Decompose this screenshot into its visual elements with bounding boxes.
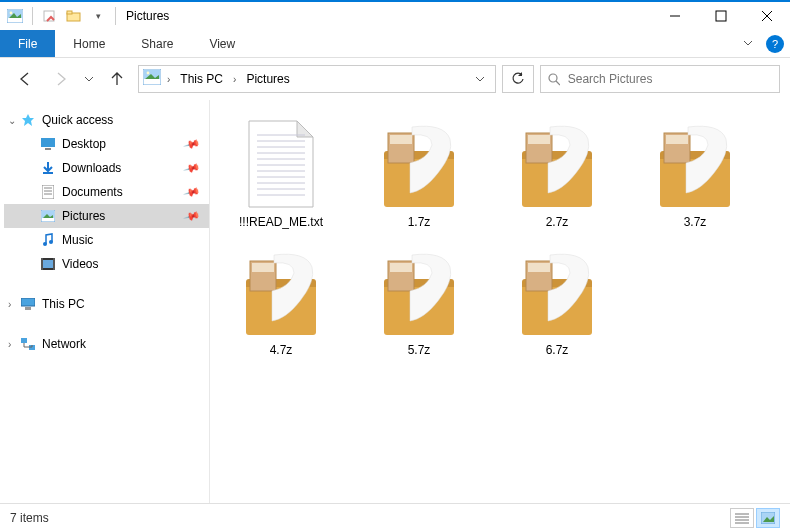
file-item[interactable]: 4.7z: [216, 240, 346, 362]
file-label: 6.7z: [497, 343, 617, 357]
svg-rect-33: [53, 258, 55, 270]
ribbon-expand-icon[interactable]: [738, 31, 758, 57]
search-input[interactable]: [568, 72, 773, 86]
archive-file-icon: [512, 119, 602, 209]
qat-properties-icon[interactable]: [39, 5, 61, 27]
minimize-button[interactable]: [652, 1, 698, 31]
navigation-pane: ⌄ Quick access Desktop 📌 Downloads 📌 Doc…: [0, 100, 210, 503]
pin-icon: 📌: [183, 183, 202, 201]
expand-icon[interactable]: ›: [8, 299, 11, 310]
sidebar-item-desktop[interactable]: Desktop 📌: [4, 132, 209, 156]
details-view-button[interactable]: [730, 508, 754, 528]
star-icon: [20, 112, 36, 128]
file-item[interactable]: 5.7z: [354, 240, 484, 362]
archive-file-icon: [236, 247, 326, 337]
pin-icon: 📌: [183, 207, 202, 225]
sidebar-item-videos[interactable]: Videos: [4, 252, 209, 276]
sidebar-item-label: Pictures: [62, 209, 105, 223]
refresh-button[interactable]: [502, 65, 534, 93]
svg-rect-21: [42, 185, 54, 199]
pin-icon: 📌: [183, 159, 202, 177]
svg-marker-17: [22, 114, 34, 126]
archive-file-icon: [374, 247, 464, 337]
svg-point-29: [49, 240, 53, 244]
sidebar-item-music[interactable]: Music: [4, 228, 209, 252]
address-dropdown-icon[interactable]: [469, 70, 491, 88]
sidebar-item-label: Desktop: [62, 137, 106, 151]
documents-icon: [40, 184, 56, 200]
item-count: 7 items: [10, 511, 49, 525]
maximize-button[interactable]: [698, 1, 744, 31]
svg-rect-59: [666, 135, 688, 144]
address-bar[interactable]: › This PC › Pictures: [138, 65, 496, 93]
file-tab[interactable]: File: [0, 30, 55, 57]
sidebar-network[interactable]: › Network: [4, 332, 209, 356]
breadcrumb-this-pc[interactable]: This PC: [176, 72, 227, 86]
svg-point-28: [43, 242, 47, 246]
svg-rect-6: [67, 11, 72, 14]
svg-rect-32: [41, 258, 43, 270]
qat-dropdown-icon[interactable]: ▾: [87, 5, 109, 27]
file-label: 1.7z: [359, 215, 479, 229]
breadcrumb-pictures[interactable]: Pictures: [242, 72, 293, 86]
thumbnails-view-button[interactable]: [756, 508, 780, 528]
expand-icon[interactable]: ›: [8, 339, 11, 350]
downloads-icon: [40, 160, 56, 176]
pictures-icon: [40, 208, 56, 224]
location-icon: [143, 69, 161, 89]
breadcrumb-root-arrow[interactable]: ›: [165, 74, 172, 85]
sidebar-item-label: Quick access: [42, 113, 113, 127]
sidebar-item-documents[interactable]: Documents 📌: [4, 180, 209, 204]
file-pane[interactable]: !!!READ_ME.txt 1.7z 2.7z 3.7z 4.7z 5.7z: [210, 100, 790, 503]
tab-view[interactable]: View: [191, 30, 253, 57]
sidebar-item-label: Downloads: [62, 161, 121, 175]
archive-file-icon: [374, 119, 464, 209]
forward-button[interactable]: [46, 64, 76, 94]
navbar: › This PC › Pictures: [0, 58, 790, 100]
file-label: 5.7z: [359, 343, 479, 357]
back-button[interactable]: [10, 64, 40, 94]
tab-share[interactable]: Share: [123, 30, 191, 57]
file-item[interactable]: 2.7z: [492, 112, 622, 234]
sidebar-item-pictures[interactable]: Pictures 📌: [4, 204, 209, 228]
sidebar-item-label: Documents: [62, 185, 123, 199]
svg-line-16: [556, 81, 560, 85]
svg-rect-19: [45, 148, 51, 150]
file-label: 3.7z: [635, 215, 755, 229]
sidebar-item-label: Videos: [62, 257, 98, 271]
archive-file-icon: [650, 119, 740, 209]
svg-rect-63: [390, 263, 412, 272]
file-item[interactable]: !!!READ_ME.txt: [216, 112, 346, 234]
help-button[interactable]: ?: [766, 35, 784, 53]
svg-rect-8: [716, 11, 726, 21]
breadcrumb-arrow[interactable]: ›: [231, 74, 238, 85]
search-box[interactable]: [540, 65, 780, 93]
close-button[interactable]: [744, 1, 790, 31]
pin-icon: 📌: [183, 135, 202, 153]
sidebar-item-label: This PC: [42, 297, 85, 311]
collapse-icon[interactable]: ⌄: [8, 115, 16, 126]
sidebar-item-label: Network: [42, 337, 86, 351]
tab-home[interactable]: Home: [55, 30, 123, 57]
sidebar-quick-access[interactable]: ⌄ Quick access: [4, 108, 209, 132]
ribbon: File Home Share View ?: [0, 30, 790, 58]
app-icon: [4, 5, 26, 27]
svg-point-2: [10, 12, 13, 15]
svg-point-13: [147, 72, 150, 75]
sidebar-item-downloads[interactable]: Downloads 📌: [4, 156, 209, 180]
svg-rect-36: [21, 338, 27, 343]
file-label: !!!READ_ME.txt: [221, 215, 341, 229]
file-item[interactable]: 3.7z: [630, 112, 760, 234]
recent-dropdown-icon[interactable]: [82, 64, 96, 94]
qat-newfolder-icon[interactable]: [63, 5, 85, 27]
file-label: 2.7z: [497, 215, 617, 229]
text-file-icon: [236, 119, 326, 209]
up-button[interactable]: [102, 64, 132, 94]
network-icon: [20, 336, 36, 352]
sidebar-item-label: Music: [62, 233, 93, 247]
sidebar-this-pc[interactable]: › This PC: [4, 292, 209, 316]
videos-icon: [40, 256, 56, 272]
file-item[interactable]: 6.7z: [492, 240, 622, 362]
svg-rect-61: [252, 263, 274, 272]
file-item[interactable]: 1.7z: [354, 112, 484, 234]
